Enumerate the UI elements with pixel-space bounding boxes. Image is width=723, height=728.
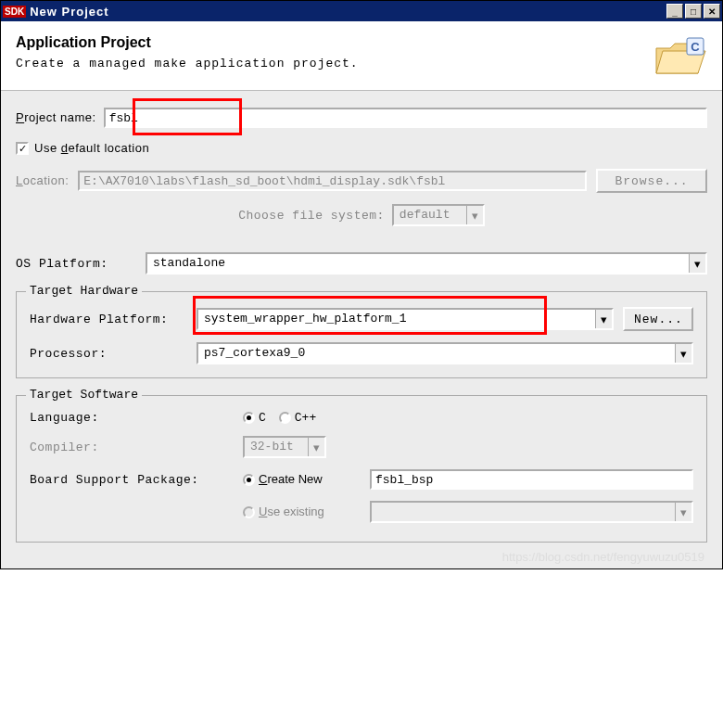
project-name-input[interactable]	[104, 108, 707, 128]
language-c-label: C	[259, 411, 266, 425]
compiler-label: Compiler:	[30, 441, 243, 454]
target-software-fieldset: Target Software Language: C C++ Compiler…	[16, 395, 707, 543]
location-label: Location:	[16, 173, 69, 188]
use-default-location-label: Use default location	[34, 141, 149, 156]
watermark: https://blog.csdn.net/fengyuwuzu0519	[502, 550, 704, 564]
processor-label: Processor:	[30, 347, 197, 361]
close-button[interactable]: ✕	[704, 4, 720, 19]
chevron-down-icon: ▾	[466, 206, 483, 224]
location-input	[78, 171, 587, 191]
bsp-create-new-label: Create New	[259, 472, 370, 487]
new-project-window: SDK New Project _ □ ✕ Application Projec…	[0, 0, 723, 569]
chevron-down-icon: ▾	[308, 438, 324, 456]
target-software-legend: Target Software	[26, 388, 142, 402]
bsp-create-new-radio[interactable]	[243, 474, 255, 486]
sdk-icon: SDK	[3, 6, 26, 18]
project-name-label: Project name:	[16, 110, 96, 125]
language-label: Language:	[30, 411, 243, 425]
filesystem-select: default ▾	[392, 204, 485, 226]
bsp-name-input[interactable]	[370, 469, 693, 490]
chevron-down-icon[interactable]: ▾	[595, 310, 612, 328]
language-cpp-radio[interactable]	[279, 412, 291, 424]
hardware-platform-select[interactable]: system_wrapper_hw_platform_1 ▾	[197, 308, 614, 330]
use-default-location-checkbox[interactable]: ✓	[16, 142, 29, 155]
language-cpp-label: C++	[295, 411, 316, 425]
dialog-header: Application Project Create a managed mak…	[1, 21, 722, 91]
browse-button: Browse...	[596, 169, 707, 193]
new-hardware-button[interactable]: New...	[623, 307, 693, 331]
minimize-button[interactable]: _	[666, 4, 683, 19]
window-title: New Project	[30, 5, 666, 19]
folder-c-icon: C	[652, 34, 707, 81]
compiler-select: 32-bit ▾	[243, 436, 326, 458]
page-title: Application Project	[16, 34, 652, 51]
bsp-existing-select: ▾	[370, 501, 693, 523]
processor-select[interactable]: ps7_cortexa9_0 ▾	[197, 342, 693, 364]
os-platform-select[interactable]: standalone ▾	[146, 252, 707, 275]
target-hardware-fieldset: Target Hardware Hardware Platform: syste…	[16, 291, 707, 378]
maximize-button[interactable]: □	[685, 4, 702, 19]
bsp-use-existing-radio	[243, 506, 255, 518]
language-c-radio[interactable]	[243, 412, 255, 424]
page-description: Create a managed make application projec…	[16, 57, 652, 70]
choose-filesystem-label: Choose file system:	[238, 209, 385, 223]
bsp-label: Board Support Package:	[30, 473, 243, 487]
svg-text:C: C	[691, 40, 700, 54]
chevron-down-icon[interactable]: ▾	[675, 344, 691, 363]
bsp-use-existing-label: Use existing	[259, 504, 370, 519]
chevron-down-icon[interactable]: ▾	[689, 254, 705, 273]
hardware-platform-label: Hardware Platform:	[30, 313, 197, 326]
os-platform-label: OS Platform:	[16, 257, 146, 271]
titlebar: SDK New Project _ □ ✕	[1, 1, 722, 21]
target-hardware-legend: Target Hardware	[26, 284, 142, 298]
chevron-down-icon: ▾	[675, 503, 691, 521]
